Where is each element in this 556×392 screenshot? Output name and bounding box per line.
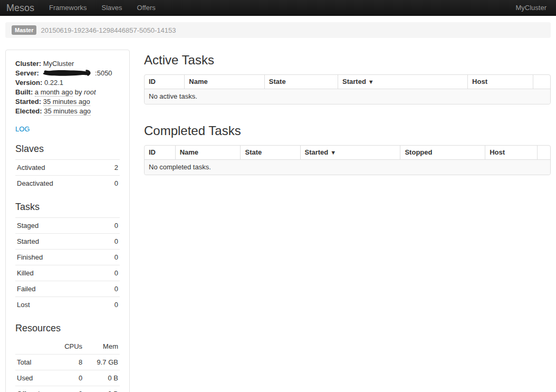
nav-item-offers[interactable]: Offers bbox=[130, 0, 163, 16]
table-row: No active tasks. bbox=[145, 89, 550, 104]
table-row: CPUs Mem bbox=[15, 339, 120, 355]
elected-info-line: Elected: 35 minutes ago bbox=[15, 107, 120, 116]
redaction-scribble-icon bbox=[41, 69, 92, 77]
main-content: Active Tasks ID Name State Started▼ Host… bbox=[144, 50, 551, 175]
master-id: 20150619-192346-1298446857-5050-14153 bbox=[41, 26, 176, 34]
version-value: 0.22.1 bbox=[44, 79, 63, 87]
table-row: Activated 2 bbox=[15, 160, 120, 176]
slaves-deactivated-value: 0 bbox=[104, 176, 120, 192]
built-info-line: Built: a month ago by root bbox=[15, 88, 120, 97]
completed-col-blank bbox=[537, 146, 550, 159]
tasks-failed-label: Failed bbox=[15, 281, 100, 297]
tasks-killed-value: 0 bbox=[100, 265, 120, 281]
resources-cpus-header: CPUs bbox=[53, 339, 84, 355]
active-tasks-empty-message: No active tasks. bbox=[145, 89, 550, 104]
completed-col-stopped[interactable]: Stopped bbox=[400, 146, 485, 159]
completed-tasks-empty-message: No completed tasks. bbox=[145, 159, 550, 175]
slaves-table: Activated 2 Deactivated 0 bbox=[15, 159, 120, 191]
table-row: Staged 0 bbox=[15, 218, 120, 234]
nav-item-slaves[interactable]: Slaves bbox=[94, 0, 130, 16]
tasks-failed-value: 0 bbox=[100, 281, 120, 297]
resources-total-mem: 9.7 GB bbox=[84, 355, 120, 370]
tasks-staged-label: Staged bbox=[15, 218, 100, 234]
resources-total-cpus: 8 bbox=[53, 355, 84, 370]
slaves-section-title: Slaves bbox=[15, 143, 120, 155]
active-col-host[interactable]: Host bbox=[467, 75, 533, 89]
server-port: :5050 bbox=[95, 69, 112, 77]
active-col-id[interactable]: ID bbox=[145, 75, 184, 89]
completed-col-state[interactable]: State bbox=[240, 146, 300, 159]
started-label: Started: bbox=[15, 98, 41, 106]
resources-offered-label: Offered bbox=[15, 386, 53, 392]
master-badge: Master bbox=[12, 25, 36, 35]
breadcrumb: Master 20150619-192346-1298446857-5050-1… bbox=[5, 22, 551, 38]
sort-desc-icon: ▼ bbox=[330, 149, 336, 156]
cluster-label: Cluster: bbox=[15, 60, 41, 68]
table-row: Deactivated 0 bbox=[15, 176, 120, 192]
active-col-blank bbox=[533, 75, 550, 89]
active-col-name[interactable]: Name bbox=[184, 75, 264, 89]
built-by-text: by bbox=[75, 88, 82, 96]
built-label: Built: bbox=[15, 88, 33, 96]
tasks-lost-value: 0 bbox=[100, 297, 120, 313]
active-col-started[interactable]: Started▼ bbox=[338, 75, 467, 89]
cluster-info-line: Cluster: MyCluster bbox=[15, 59, 120, 69]
table-row: Total 8 9.7 GB bbox=[15, 355, 120, 370]
version-info-line: Version: 0.22.1 bbox=[15, 78, 120, 88]
version-label: Version: bbox=[15, 79, 42, 87]
table-row: Failed 0 bbox=[15, 281, 120, 297]
elected-time: 35 minutes ago bbox=[44, 107, 91, 116]
sort-desc-icon: ▼ bbox=[368, 79, 374, 85]
resources-table: CPUs Mem Total 8 9.7 GB Used 0 0 B Offer… bbox=[15, 339, 120, 392]
table-row: Used 0 0 B bbox=[15, 370, 120, 386]
elected-label: Elected: bbox=[15, 107, 42, 115]
tasks-started-label: Started bbox=[15, 234, 100, 250]
resources-used-mem: 0 B bbox=[84, 370, 120, 386]
active-col-state[interactable]: State bbox=[264, 75, 338, 89]
resources-offered-cpus: 0 bbox=[53, 386, 84, 392]
completed-col-name[interactable]: Name bbox=[175, 146, 241, 159]
slaves-deactivated-label: Deactivated bbox=[15, 176, 104, 192]
tasks-table: Staged 0 Started 0 Finished 0 Killed 0 F… bbox=[15, 217, 120, 312]
resources-mem-header: Mem bbox=[84, 339, 120, 355]
slaves-activated-value: 2 bbox=[104, 160, 120, 176]
tasks-finished-label: Finished bbox=[15, 250, 100, 265]
active-tasks-table: ID Name State Started▼ Host No active ta… bbox=[144, 74, 551, 104]
completed-col-started-label: Started bbox=[305, 148, 329, 156]
completed-col-id[interactable]: ID bbox=[145, 146, 175, 159]
cluster-value: MyCluster bbox=[43, 60, 74, 68]
brand-mesos[interactable]: Mesos bbox=[0, 0, 42, 16]
active-tasks-title: Active Tasks bbox=[144, 53, 551, 68]
table-row: Started 0 bbox=[15, 234, 120, 250]
tasks-killed-label: Killed bbox=[15, 265, 100, 281]
tasks-started-value: 0 bbox=[100, 234, 120, 250]
server-label: Server: bbox=[15, 69, 39, 77]
resources-used-cpus: 0 bbox=[53, 370, 84, 386]
top-navbar: Mesos Frameworks Slaves Offers MyCluster bbox=[0, 0, 556, 16]
table-row: Killed 0 bbox=[15, 265, 120, 281]
completed-tasks-table: ID Name State Started▼ Stopped Host No c… bbox=[144, 145, 551, 175]
completed-tasks-title: Completed Tasks bbox=[144, 123, 551, 138]
tasks-finished-value: 0 bbox=[100, 250, 120, 265]
table-row: Lost 0 bbox=[15, 297, 120, 313]
started-info-line: Started: 35 minutes ago bbox=[15, 97, 120, 107]
table-row: No completed tasks. bbox=[145, 159, 550, 175]
active-col-started-label: Started bbox=[342, 78, 366, 85]
resources-total-label: Total bbox=[15, 355, 53, 370]
tasks-section-title: Tasks bbox=[15, 201, 120, 213]
completed-col-started[interactable]: Started▼ bbox=[300, 146, 400, 159]
table-header-row: ID Name State Started▼ Host bbox=[145, 75, 550, 89]
table-row: Offered 0 0 B bbox=[15, 386, 120, 392]
built-time: a month ago bbox=[35, 88, 73, 97]
nav-item-frameworks[interactable]: Frameworks bbox=[42, 0, 94, 16]
sidebar-panel: Cluster: MyCluster Server: :5050 Version… bbox=[5, 50, 130, 392]
resources-blank-header bbox=[15, 339, 53, 355]
table-row: Finished 0 bbox=[15, 250, 120, 265]
resources-used-label: Used bbox=[15, 370, 53, 386]
server-info-line: Server: :5050 bbox=[15, 69, 120, 78]
slaves-activated-label: Activated bbox=[15, 160, 104, 176]
tasks-staged-value: 0 bbox=[100, 218, 120, 234]
content-row: Cluster: MyCluster Server: :5050 Version… bbox=[5, 50, 551, 392]
log-link[interactable]: LOG bbox=[15, 125, 30, 133]
completed-col-host[interactable]: Host bbox=[485, 146, 536, 159]
